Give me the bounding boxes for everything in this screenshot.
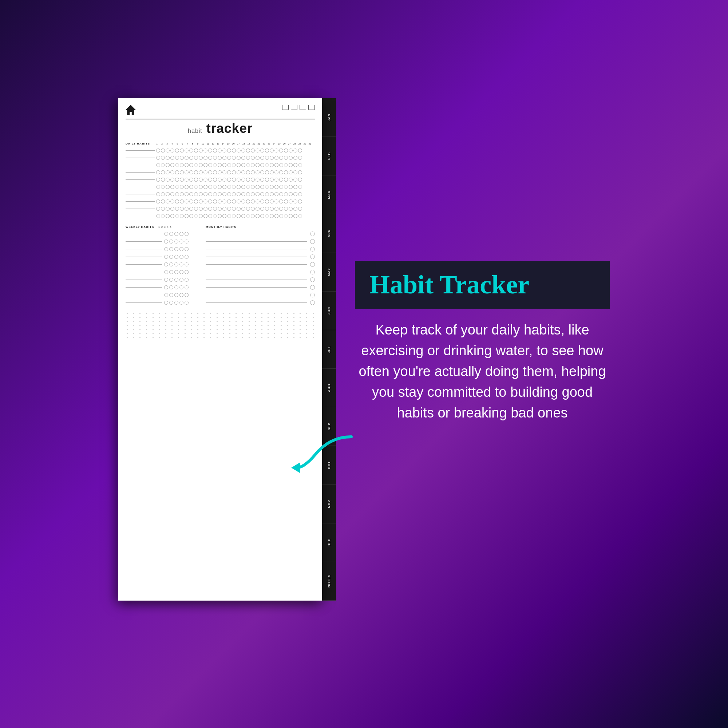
weekly-circle[interactable]: [164, 255, 168, 259]
habit-circle[interactable]: [289, 148, 293, 153]
month-tab-nov[interactable]: NOV: [322, 485, 336, 523]
habit-circle[interactable]: [199, 214, 203, 218]
habit-circle[interactable]: [185, 185, 188, 189]
habit-circle[interactable]: [161, 207, 165, 211]
weekly-circle[interactable]: [164, 240, 168, 243]
habit-circle[interactable]: [175, 156, 179, 160]
habit-circle[interactable]: [265, 199, 269, 203]
weekly-circle[interactable]: [169, 293, 173, 297]
habit-circle[interactable]: [185, 214, 188, 218]
habit-circle[interactable]: [237, 192, 241, 196]
habit-circle[interactable]: [227, 156, 231, 160]
habit-circle[interactable]: [189, 207, 193, 211]
habit-circle[interactable]: [156, 185, 160, 189]
habit-circle[interactable]: [294, 214, 297, 218]
habit-circle[interactable]: [241, 156, 245, 160]
weekly-circle[interactable]: [169, 255, 173, 259]
weekly-circle[interactable]: [179, 278, 184, 282]
habit-circle[interactable]: [237, 148, 241, 153]
weekly-circle[interactable]: [179, 301, 184, 305]
habit-circle[interactable]: [203, 214, 208, 218]
habit-circle[interactable]: [298, 148, 302, 153]
habit-circle[interactable]: [274, 148, 278, 153]
weekly-circle[interactable]: [164, 232, 168, 236]
habit-circle[interactable]: [289, 156, 293, 160]
habit-circle[interactable]: [166, 214, 170, 218]
habit-circle[interactable]: [180, 207, 184, 211]
habit-circle[interactable]: [203, 177, 208, 182]
habit-circle[interactable]: [166, 163, 170, 167]
habit-circle[interactable]: [284, 199, 288, 203]
habit-circle[interactable]: [279, 177, 283, 182]
habit-circle[interactable]: [208, 148, 212, 153]
habit-circle[interactable]: [213, 170, 217, 174]
habit-circle[interactable]: [284, 163, 288, 167]
habit-circle[interactable]: [251, 170, 255, 174]
habit-circle[interactable]: [274, 156, 278, 160]
weekly-circle[interactable]: [164, 270, 168, 274]
habit-circle[interactable]: [270, 207, 274, 211]
weekly-circle[interactable]: [164, 293, 168, 297]
habit-circle[interactable]: [203, 148, 208, 153]
habit-circle[interactable]: [194, 177, 198, 182]
weekly-circle[interactable]: [164, 247, 168, 251]
weekly-circle[interactable]: [174, 301, 178, 305]
habit-circle[interactable]: [185, 170, 188, 174]
weekly-circle[interactable]: [185, 270, 188, 274]
habit-circle[interactable]: [284, 207, 288, 211]
habit-circle[interactable]: [170, 207, 174, 211]
habit-circle[interactable]: [246, 185, 250, 189]
habit-circle[interactable]: [279, 163, 283, 167]
habit-circle[interactable]: [213, 199, 217, 203]
weekly-circle[interactable]: [179, 262, 184, 266]
habit-circle[interactable]: [208, 177, 212, 182]
habit-circle[interactable]: [265, 185, 269, 189]
habit-circle[interactable]: [284, 170, 288, 174]
habit-circle[interactable]: [189, 148, 193, 153]
weekly-circle[interactable]: [164, 301, 168, 305]
habit-circle[interactable]: [170, 185, 174, 189]
habit-circle[interactable]: [194, 192, 198, 196]
habit-circle[interactable]: [208, 170, 212, 174]
habit-circle[interactable]: [237, 214, 241, 218]
habit-circle[interactable]: [213, 156, 217, 160]
habit-circle[interactable]: [274, 214, 278, 218]
habit-circle[interactable]: [265, 207, 269, 211]
weekly-circle[interactable]: [179, 270, 184, 274]
habit-circle[interactable]: [189, 199, 193, 203]
habit-circle[interactable]: [218, 214, 222, 218]
habit-circle[interactable]: [241, 177, 245, 182]
habit-circle[interactable]: [255, 156, 260, 160]
weekly-circle[interactable]: [169, 301, 173, 305]
habit-circle[interactable]: [255, 177, 260, 182]
habit-circle[interactable]: [232, 192, 236, 196]
habit-circle[interactable]: [185, 192, 188, 196]
habit-circle[interactable]: [199, 148, 203, 153]
habit-circle[interactable]: [194, 214, 198, 218]
habit-circle[interactable]: [260, 199, 264, 203]
habit-circle[interactable]: [294, 177, 297, 182]
habit-circle[interactable]: [289, 170, 293, 174]
habit-circle[interactable]: [185, 207, 188, 211]
habit-circle[interactable]: [170, 199, 174, 203]
habit-circle[interactable]: [185, 163, 188, 167]
habit-circle[interactable]: [241, 199, 245, 203]
habit-circle[interactable]: [298, 185, 302, 189]
habit-circle[interactable]: [222, 207, 226, 211]
habit-circle[interactable]: [227, 214, 231, 218]
habit-circle[interactable]: [260, 177, 264, 182]
weekly-circle[interactable]: [164, 262, 168, 266]
month-tab-dec[interactable]: DEC: [322, 523, 336, 562]
weekly-circle[interactable]: [185, 278, 188, 282]
habit-circle[interactable]: [298, 177, 302, 182]
habit-circle[interactable]: [175, 163, 179, 167]
monthly-circle[interactable]: [310, 270, 315, 274]
habit-circle[interactable]: [180, 170, 184, 174]
habit-circle[interactable]: [222, 185, 226, 189]
habit-circle[interactable]: [166, 177, 170, 182]
habit-circle[interactable]: [289, 163, 293, 167]
habit-circle[interactable]: [241, 185, 245, 189]
habit-circle[interactable]: [156, 156, 160, 160]
monthly-circle[interactable]: [310, 247, 315, 252]
habit-circle[interactable]: [227, 177, 231, 182]
